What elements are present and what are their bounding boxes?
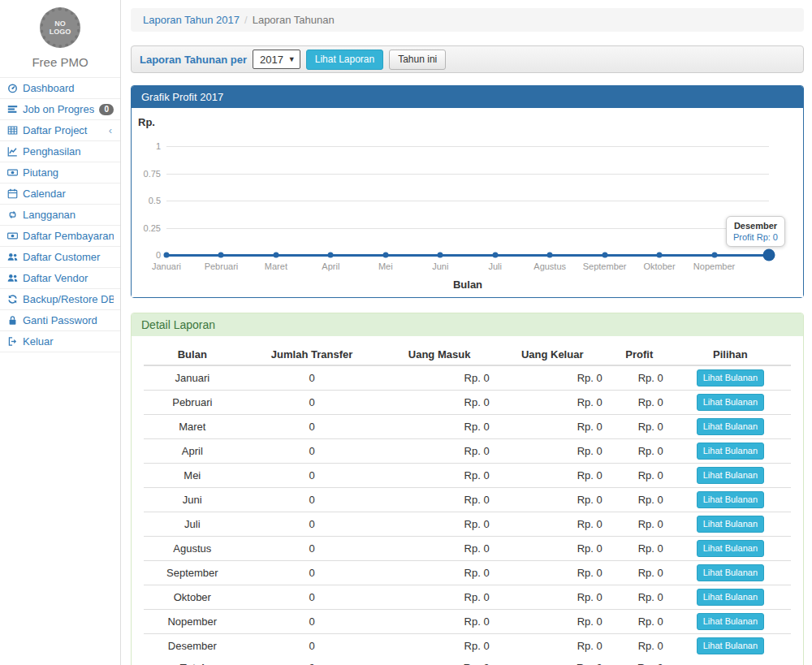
table-total-row: Total 0 Rp. 0 Rp. 0 Rp. 0 (144, 658, 791, 665)
cell-jumlah-transfer: 0 (241, 365, 383, 391)
data-point-januari[interactable] (164, 253, 170, 258)
sidebar-item-label: Keluar (23, 335, 114, 348)
this-year-button[interactable]: Tahun ini (389, 50, 446, 70)
cell-uang-keluar: Rp. 0 (496, 585, 609, 610)
chart-x-tick-label: Agustus (533, 261, 566, 271)
brand-name: Free PMO (0, 48, 120, 77)
table-row-oktober: Oktober0Rp. 0Rp. 0Rp. 0Lihat Bulanan (144, 585, 791, 610)
users-icon (6, 252, 18, 263)
sidebar-item-daftar-pembayaran[interactable]: Daftar Pembayaran (0, 226, 120, 247)
table-row-mei: Mei0Rp. 0Rp. 0Rp. 0Lihat Bulanan (144, 464, 791, 488)
cell-uang-keluar: Rp. 0 (496, 537, 609, 561)
table-row-nopember: Nopember0Rp. 0Rp. 0Rp. 0Lihat Bulanan (144, 610, 791, 634)
breadcrumb-link-laporan-tahun[interactable]: Laporan Tahun 2017 (143, 14, 240, 26)
cell-profit: Rp. 0 (609, 365, 670, 391)
report-toolbar: Laporan Tahunan per 2017 ▼ Lihat Laporan… (131, 45, 804, 73)
chart-x-tick-label: Pebruari (205, 261, 239, 271)
cell-uang-keluar: Rp. 0 (496, 464, 609, 488)
sidebar-item-ganti-password[interactable]: Ganti Password (0, 310, 120, 331)
cell-jumlah-transfer: 0 (241, 634, 383, 659)
view-monthly-button-april[interactable]: Lihat Bulanan (697, 443, 764, 460)
profit-line-chart: Rp. Desember Profit Rp: 0 10.750.50.250J… (132, 108, 803, 297)
chart-y-tick-label: 1 (135, 141, 161, 151)
sidebar-item-calendar[interactable]: Calendar (0, 184, 120, 205)
view-report-button[interactable]: Lihat Laporan (306, 50, 383, 70)
sidebar-item-daftar-vendor[interactable]: Daftar Vendor (0, 268, 120, 289)
cell-bulan: September (144, 561, 241, 585)
retweet-icon (6, 209, 18, 221)
data-point-nopember[interactable] (711, 253, 717, 258)
tasks-icon (6, 104, 18, 115)
view-monthly-button-juli[interactable]: Lihat Bulanan (697, 516, 764, 533)
data-point-juli[interactable] (492, 253, 498, 258)
view-monthly-button-mei[interactable]: Lihat Bulanan (697, 467, 764, 484)
sidebar-item-backup-restore-db[interactable]: Backup/Restore DB (0, 289, 120, 310)
chart-x-tick-label: Oktober (644, 261, 676, 271)
view-monthly-button-oktober[interactable]: Lihat Bulanan (697, 589, 764, 606)
view-monthly-button-juni[interactable]: Lihat Bulanan (697, 491, 764, 508)
cell-uang-masuk: Rp. 0 (383, 391, 496, 415)
cell-uang-masuk: Rp. 0 (383, 439, 496, 464)
cell-profit: Rp. 0 (609, 391, 670, 415)
cell-bulan: Juni (144, 488, 241, 512)
chart-y-tick-label: 0.5 (135, 196, 161, 205)
dashboard-icon (6, 83, 18, 94)
view-monthly-button-maret[interactable]: Lihat Bulanan (697, 418, 764, 435)
total-profit: Rp. 0 (609, 658, 670, 665)
view-monthly-button-desember[interactable]: Lihat Bulanan (697, 637, 764, 654)
cell-uang-keluar: Rp. 0 (496, 365, 609, 391)
cell-uang-masuk: Rp. 0 (383, 585, 496, 610)
table-row-maret: Maret0Rp. 0Rp. 0Rp. 0Lihat Bulanan (144, 415, 791, 439)
sidebar-item-daftar-customer[interactable]: Daftar Customer (0, 247, 120, 268)
view-monthly-button-september[interactable]: Lihat Bulanan (697, 564, 764, 581)
column-header-jumlah-transfer: Jumlah Transfer (241, 344, 383, 365)
cell-uang-keluar: Rp. 0 (496, 391, 609, 415)
sidebar-item-penghasilan[interactable]: Penghasilan (0, 141, 120, 162)
sidebar-item-daftar-project[interactable]: Daftar Project‹ (0, 120, 120, 141)
sidebar-item-dashboard[interactable]: Dashboard (0, 78, 120, 99)
cell-bulan: Pebruari (144, 391, 241, 415)
lock-icon (6, 315, 18, 326)
sidebar-item-label: Dashboard (23, 82, 114, 94)
chart-tooltip: Desember Profit Rp: 0 (726, 216, 785, 247)
sidebar-item-label: Job on Progress (23, 103, 94, 115)
view-monthly-button-agustus[interactable]: Lihat Bulanan (697, 540, 764, 557)
signout-icon (6, 336, 18, 348)
sidebar-item-langganan[interactable]: Langganan (0, 205, 120, 226)
view-monthly-button-nopember[interactable]: Lihat Bulanan (697, 613, 764, 630)
sidebar-item-label: Daftar Vendor (23, 272, 114, 284)
data-point-april[interactable] (328, 253, 334, 258)
data-point-pebruari[interactable] (218, 253, 224, 258)
detail-panel-title: Detail Laporan (132, 313, 803, 336)
sidebar-item-keluar[interactable]: Keluar (0, 331, 120, 352)
data-point-oktober[interactable] (657, 253, 663, 258)
data-point-mei[interactable] (382, 253, 388, 258)
cell-profit: Rp. 0 (609, 415, 670, 439)
view-monthly-button-pebruari[interactable]: Lihat Bulanan (697, 394, 764, 411)
sidebar: NO LOGO Free PMO DashboardJob on Progres… (0, 0, 121, 665)
chart-x-tick-label: Nopember (693, 261, 735, 271)
data-point-september[interactable] (602, 253, 607, 258)
chart-gridline (166, 228, 769, 229)
cell-profit: Rp. 0 (609, 634, 670, 659)
cell-uang-masuk: Rp. 0 (383, 512, 496, 537)
cell-uang-masuk: Rp. 0 (383, 488, 496, 512)
year-select[interactable]: 2017 ▼ (253, 50, 300, 69)
chart-x-tick-label: Maret (265, 261, 287, 271)
cell-profit: Rp. 0 (609, 488, 670, 512)
cell-bulan: April (144, 439, 241, 464)
data-point-juni[interactable] (438, 253, 443, 258)
data-point-maret[interactable] (273, 253, 279, 258)
no-logo-image: NO LOGO (40, 7, 80, 48)
sidebar-item-job-on-progress[interactable]: Job on Progress0 (0, 99, 120, 120)
chart-x-tick-label: Juni (432, 261, 448, 271)
sidebar-item-label: Daftar Customer (23, 251, 114, 263)
data-point-agustus[interactable] (547, 253, 553, 258)
cell-profit: Rp. 0 (609, 512, 670, 537)
cell-uang-masuk: Rp. 0 (383, 561, 496, 585)
view-monthly-button-januari[interactable]: Lihat Bulanan (697, 369, 764, 386)
cell-uang-keluar: Rp. 0 (496, 488, 609, 512)
chart-y-tick-label: 0.75 (135, 169, 161, 179)
sidebar-item-piutang[interactable]: Piutang (0, 162, 120, 184)
data-point-desember[interactable] (763, 249, 775, 261)
